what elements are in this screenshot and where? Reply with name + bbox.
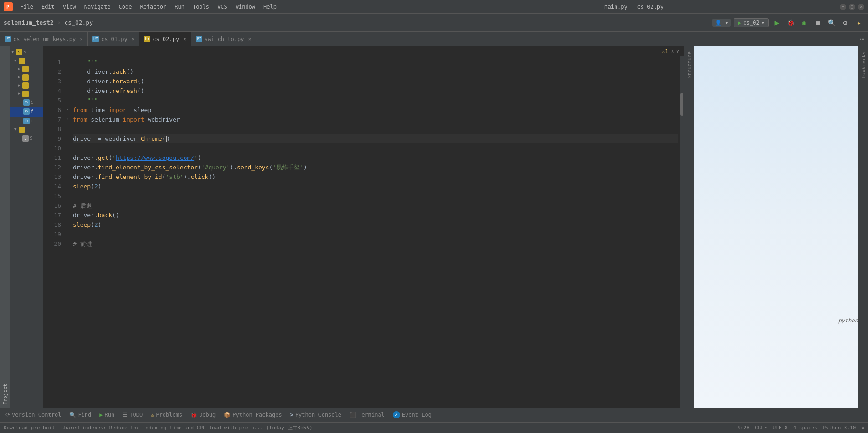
code-11-quote1: ' (112, 154, 116, 161)
menu-run[interactable]: Run (171, 3, 188, 11)
bottom-tab-terminal[interactable]: ⬛ Terminal (346, 408, 388, 422)
indent-setting[interactable]: 4 spaces (793, 425, 817, 431)
code-9-webdriver: webdriver (105, 135, 137, 142)
menu-code[interactable]: Code (115, 3, 136, 11)
project-tab[interactable]: Project (0, 46, 10, 408)
menu-file[interactable]: File (16, 3, 37, 11)
nav-down-arrow[interactable]: ∨ (675, 48, 680, 55)
tree-icon-6: PY (23, 99, 30, 106)
line-num-4: 4 (43, 86, 61, 96)
line-ending[interactable]: CRLF (755, 425, 767, 431)
gutter-20 (64, 238, 71, 248)
tree-label-7: f (31, 108, 34, 116)
bottom-tab-todo[interactable]: ☰ TODO (119, 408, 146, 422)
bottom-tab-python-console[interactable]: > Python Console (287, 408, 345, 422)
title-text: main.py - cs_02.py (428, 4, 840, 10)
code-line-5: """ (73, 96, 678, 105)
code-line-1: """ (73, 57, 678, 67)
scrollbar-thumb[interactable] (680, 93, 683, 116)
menu-edit[interactable]: Edit (38, 3, 58, 11)
tree-node-5[interactable]: ▶ (10, 90, 43, 98)
code-12-dot2: . (233, 164, 237, 171)
cursor-position[interactable]: 9:28 (737, 425, 750, 431)
bottom-tab-debug[interactable]: 🐞 Debug (187, 408, 219, 422)
vertical-scrollbar[interactable] (680, 56, 684, 408)
menu-vcs[interactable]: VCS (214, 3, 231, 11)
bottom-tab-event-log[interactable]: 2 Event Log (389, 408, 435, 422)
run-config-dropdown[interactable]: ▶ cs_02 ▾ (734, 18, 769, 27)
tab-switch-to[interactable]: PY switch_to.py ✕ (191, 32, 256, 46)
tree-node-8[interactable]: PY i (10, 117, 43, 126)
nav-up-arrow[interactable]: ∧ (670, 48, 675, 55)
code-line-15 (73, 191, 678, 201)
line-num-8: 8 (43, 124, 61, 134)
debug-button[interactable]: 🐞 (785, 17, 796, 28)
gutter-11 (64, 152, 71, 162)
line-num-17: 17 (43, 210, 61, 220)
menu-help[interactable]: Help (260, 3, 280, 11)
event-log-label: Event Log (402, 412, 431, 418)
tab-cs-selenium-keys[interactable]: PY cs_selenium_keys.py ✕ (0, 32, 88, 46)
tree-icon-8: PY (23, 118, 30, 124)
tab-close-switch-to[interactable]: ✕ (248, 36, 251, 42)
code-line-8 (73, 124, 678, 134)
tree-node-1[interactable]: ▼ (10, 57, 43, 65)
bottom-tab-version-control[interactable]: ⟳ Version Control (2, 408, 65, 422)
tab-close-cs-selenium-keys[interactable]: ✕ (80, 36, 83, 42)
menu-view[interactable]: View (59, 3, 80, 11)
tree-node-4[interactable]: ▶ (10, 82, 43, 90)
tree-node-10[interactable]: S S (10, 134, 43, 143)
tree-arrow-3: ▶ (18, 74, 22, 81)
tree-node-root[interactable]: ▼ s s (10, 47, 43, 57)
tree-node-2[interactable]: ▶ (10, 65, 43, 73)
tree-node-9[interactable]: ▼ (10, 126, 43, 134)
docstring-5: """ (73, 97, 98, 104)
search-everywhere-button[interactable]: 🔍 (826, 17, 837, 28)
left-sidebars: Project ▼ s s ▼ ▶ ▶ (0, 46, 43, 408)
menu-tools[interactable]: Tools (189, 3, 213, 11)
gutter-fold-6[interactable]: ▸ (64, 104, 71, 114)
bottom-tab-run[interactable]: ▶ Run (96, 408, 118, 422)
code-text-area[interactable]: """ driver.back() driver.forward() drive… (71, 56, 680, 408)
code-line-14: sleep(2) (73, 182, 678, 191)
code-2-driver: driver (87, 68, 108, 75)
tree-label-root: s (23, 48, 26, 56)
structure-label[interactable]: Structure (684, 49, 695, 82)
run-button[interactable]: ▶ (771, 17, 782, 28)
editor-and-right: ⚠ 1 ∧ ∨ 1 2 3 4 5 6 7 8 (43, 46, 868, 408)
maximize-button[interactable]: □ (849, 4, 855, 10)
tabs-more-button[interactable]: ⋯ (856, 35, 868, 43)
window-controls: − □ ✕ (840, 4, 864, 10)
terminal-label: Terminal (358, 412, 385, 418)
bookmarks-label[interactable]: Bookmarks (858, 49, 868, 82)
code-line-13: driver.find_element_by_id('stb').click() (73, 172, 678, 182)
tree-node-3[interactable]: ▶ (10, 73, 43, 82)
stop-button[interactable]: ■ (812, 17, 823, 28)
python-version[interactable]: Python 3.10 (823, 425, 856, 431)
tree-node-6[interactable]: PY i (10, 98, 43, 107)
code-12-dot1: . (94, 164, 98, 171)
menu-navigate[interactable]: Navigate (81, 3, 114, 11)
code-line-3: driver.forward() (73, 76, 678, 86)
tab-cs-01[interactable]: PY cs_01.py ✕ (88, 32, 139, 46)
line-num-12: 12 (43, 163, 61, 172)
status-settings-icon[interactable]: ⚙ (861, 425, 864, 431)
encoding[interactable]: UTF-8 (772, 425, 787, 431)
tab-close-cs-01[interactable]: ✕ (132, 36, 135, 42)
bottom-tab-problems[interactable]: ⚠ Problems (147, 408, 186, 422)
coverage-button[interactable]: ◉ (799, 17, 810, 28)
tab-close-cs-02[interactable]: ✕ (183, 36, 186, 42)
code-12-chinese: '易炸千玺' (272, 164, 303, 171)
minimize-button[interactable]: − (840, 4, 846, 10)
close-button[interactable]: ✕ (858, 4, 864, 10)
bottom-tab-python-packages[interactable]: 📦 Python Packages (220, 408, 285, 422)
extras-button[interactable]: ✦ (853, 17, 864, 28)
menu-window[interactable]: Window (232, 3, 259, 11)
user-button[interactable]: 👤 ▾ (712, 19, 731, 27)
menu-refactor[interactable]: Refactor (136, 3, 170, 11)
gutter-fold-7[interactable]: ▸ (64, 114, 71, 123)
settings-button[interactable]: ⚙ (840, 17, 851, 28)
tree-node-7[interactable]: PY f (10, 107, 43, 117)
bottom-tab-find[interactable]: 🔍 Find (66, 408, 95, 422)
tab-cs-02[interactable]: PY cs_02.py ✕ (139, 32, 191, 46)
